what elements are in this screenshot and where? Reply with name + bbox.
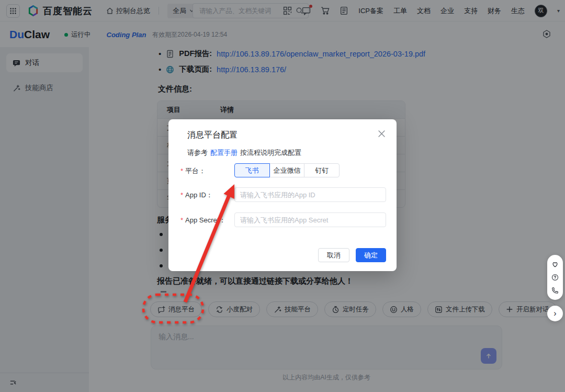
- expand-panel-button[interactable]: ›: [547, 306, 563, 321]
- message-platform-config-modal: 消息平台配置 请参考配置手册按流程说明完成配置 *平台： 飞书 企业微信 钉钉 …: [168, 119, 397, 271]
- helper-toolbar: [547, 255, 563, 300]
- tab-feishu[interactable]: 飞书: [234, 163, 270, 177]
- app-secret-label: *App Secret：: [180, 216, 225, 225]
- app-id-field[interactable]: [234, 187, 386, 202]
- tab-dingtalk[interactable]: 钉钉: [304, 163, 340, 177]
- screen: 百度智能云 控制台总览 全局: [0, 0, 565, 392]
- modal-title: 消息平台配置: [187, 130, 238, 141]
- phone-icon[interactable]: [551, 287, 559, 294]
- modal-subtitle: 请参考配置手册按流程说明完成配置: [187, 148, 301, 158]
- platform-tabs: 飞书 企业微信 钉钉: [234, 163, 340, 177]
- app-id-label: *App ID：: [180, 191, 213, 200]
- cancel-button[interactable]: 取消: [318, 248, 349, 262]
- confirm-button[interactable]: 确定: [356, 248, 386, 262]
- close-icon[interactable]: [378, 130, 385, 137]
- heart-icon[interactable]: [551, 261, 559, 268]
- config-manual-link[interactable]: 配置手册: [210, 149, 238, 156]
- platform-label: *平台：: [180, 166, 206, 176]
- chevron-right-icon: ›: [553, 309, 556, 318]
- tab-wecom[interactable]: 企业微信: [269, 163, 305, 177]
- question-icon[interactable]: [551, 274, 559, 281]
- app-secret-field[interactable]: [234, 212, 386, 227]
